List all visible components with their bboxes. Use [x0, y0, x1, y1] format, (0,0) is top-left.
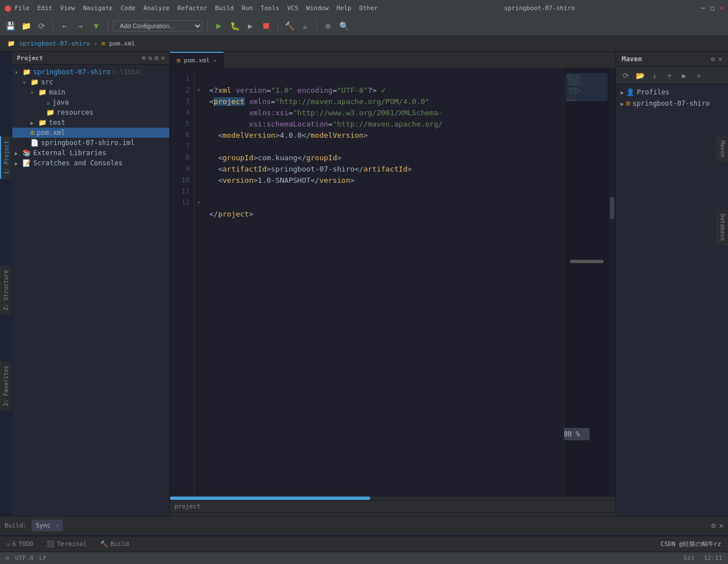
- terminal-tab[interactable]: ⬛ Terminal: [40, 536, 93, 552]
- app-icon: ⬤: [5, 4, 11, 12]
- scroll-position[interactable]: [170, 497, 370, 500]
- maven-item-profiles[interactable]: ▶ 👤 Profiles: [616, 87, 728, 98]
- minimap-scrollbar[interactable]: [570, 260, 604, 263]
- maven-title: Maven: [622, 55, 642, 63]
- menu-file[interactable]: File: [15, 4, 30, 12]
- tree-scratches[interactable]: ▶ 📝 Scratches and Consoles: [12, 158, 169, 168]
- menu-code[interactable]: Code: [120, 4, 136, 12]
- window-title: springboot-07-shiro: [378, 4, 701, 12]
- editor-tab-pom[interactable]: m pom.xml ✕: [170, 52, 224, 68]
- tree-pom-xml[interactable]: m pom.xml: [12, 128, 169, 138]
- horizontal-scrollbar[interactable]: [170, 497, 615, 500]
- tree-test[interactable]: ▶ 📁 test: [12, 118, 169, 128]
- menu-vcs[interactable]: VCS: [287, 4, 298, 12]
- editor-area: m pom.xml ✕ 1 2 3 4 5 6 7 8 9 1: [170, 52, 615, 529]
- pom-tab-close[interactable]: ✕: [213, 57, 217, 64]
- line-num-3: 3: [170, 96, 190, 107]
- forward-button[interactable]: →: [74, 19, 87, 33]
- menu-edit[interactable]: Edit: [38, 4, 53, 12]
- sdk-button[interactable]: ☕: [298, 19, 312, 33]
- run-config-dropdown[interactable]: Add Configuration...: [113, 20, 203, 31]
- menu-help[interactable]: Help: [336, 4, 352, 12]
- sidebar-header: Project ⊕ ⇅ ⚙ ✕: [12, 52, 169, 65]
- project-tab-label[interactable]: Project: [17, 55, 43, 62]
- maven-more-button[interactable]: »: [693, 69, 705, 82]
- menu-tools[interactable]: Tools: [260, 4, 279, 12]
- stop-button[interactable]: ⏹: [259, 19, 273, 33]
- tree-resources[interactable]: 📁 resources: [12, 107, 169, 118]
- editor-content: 1 2 3 4 5 6 7 8 9 10 11 12 ▾: [170, 69, 615, 497]
- settings-button[interactable]: ⚙: [321, 19, 335, 33]
- maven-close-icon[interactable]: ✕: [718, 55, 722, 63]
- tree-main[interactable]: ▾ 📁 main: [12, 87, 169, 97]
- project-name[interactable]: springboot-07-shiro: [19, 40, 90, 47]
- tree-java[interactable]: ☕ java: [12, 97, 169, 107]
- menu-analyze[interactable]: Analyze: [143, 4, 169, 12]
- editor-bottom-bar: project: [170, 500, 615, 512]
- editor-path: project: [174, 503, 200, 510]
- maven-add-new-button[interactable]: +: [663, 69, 676, 82]
- close-button[interactable]: ✕: [720, 4, 723, 12]
- sync-button[interactable]: ⟳: [35, 19, 48, 33]
- pom-tab-label: pom.xml: [184, 57, 210, 64]
- sidebar-item-favorites[interactable]: 2: Favorites: [0, 361, 11, 410]
- scroll-thumb[interactable]: [610, 197, 614, 219]
- build-sync-tab[interactable]: Sync ✕: [32, 520, 64, 531]
- line-2: <project xmlns="http://maven.apache.org/…: [209, 97, 429, 106]
- build-settings-icon[interactable]: ⚙: [711, 521, 716, 530]
- todo-tab-label: 6: [12, 540, 16, 548]
- menu-build[interactable]: Build: [215, 4, 233, 12]
- tree-external-libs[interactable]: ▶ 📚 External Libraries: [12, 148, 169, 158]
- maven-panel: Maven ⚙ ✕ ⟳ 📂 ↓ + ▶ » ▶ 👤 Profiles: [615, 52, 728, 529]
- breadcrumb-file[interactable]: pom.xml: [109, 40, 135, 47]
- code-editor[interactable]: <?xml version="1.0" encoding="UTF-8"?> ✓…: [203, 69, 564, 497]
- maven-run-button[interactable]: ▶: [678, 69, 690, 82]
- build-project-button[interactable]: 🔨: [282, 19, 296, 33]
- debug-button[interactable]: 🐛: [228, 19, 241, 33]
- maven-refresh-button[interactable]: ⟳: [619, 69, 632, 82]
- menu-other[interactable]: Other: [359, 4, 378, 12]
- menu-window[interactable]: Window: [306, 4, 329, 12]
- tree-iml[interactable]: 📄 springboot-07-shiro.iml: [12, 138, 169, 148]
- sidebar-scope-button[interactable]: ⊕: [142, 54, 146, 62]
- sidebar-item-maven[interactable]: Maven: [717, 136, 728, 162]
- tree-root[interactable]: ▾ 📁 springboot-07-shiro C:\IDEA\: [12, 67, 169, 77]
- status-right: Git 12:11: [684, 554, 722, 562]
- maximize-button[interactable]: □: [711, 4, 714, 12]
- menu-view[interactable]: View: [60, 4, 75, 12]
- line-11: [209, 198, 214, 207]
- search-button[interactable]: 🔍: [337, 19, 350, 33]
- fold-marker-12[interactable]: ▾: [195, 197, 203, 208]
- todo-tab[interactable]: ☑ 6 TODO: [0, 536, 40, 552]
- maven-download-button[interactable]: ↓: [649, 69, 661, 82]
- sidebar-settings-button[interactable]: ⚙: [155, 54, 159, 62]
- save-button[interactable]: 💾: [3, 19, 17, 33]
- minimize-button[interactable]: ─: [701, 4, 705, 12]
- coverage-button[interactable]: ▶: [244, 19, 257, 33]
- recent-files-button[interactable]: ▼: [89, 19, 103, 33]
- line-7: <groupId>com.kuang</groupId>: [209, 154, 341, 162]
- line-numbers: 1 2 3 4 5 6 7 8 9 10 11 12: [170, 69, 195, 497]
- sidebar-item-database[interactable]: Database: [717, 209, 728, 245]
- project-sidebar: Project ⊕ ⇅ ⚙ ✕ ▾ 📁 springboot-07-shiro …: [12, 52, 170, 529]
- sidebar-item-project[interactable]: 1: Project: [0, 136, 12, 179]
- editor-scrollbar[interactable]: [609, 69, 615, 497]
- sync-close-button[interactable]: ✕: [55, 522, 59, 529]
- maven-item-project[interactable]: ▶ m springboot-07-shiro: [616, 98, 728, 109]
- fold-marker-2[interactable]: ▾: [195, 84, 203, 96]
- maven-settings-icon[interactable]: ⚙: [711, 55, 715, 63]
- run-button[interactable]: ▶: [212, 19, 226, 33]
- build-tool-tab[interactable]: 🔨 Build: [93, 536, 136, 552]
- minimap: <?xml version... <project xmlns=... xmln…: [564, 69, 609, 497]
- open-button[interactable]: 📁: [19, 19, 33, 33]
- menu-navigate[interactable]: Navigate: [83, 4, 113, 12]
- tree-src[interactable]: ▾ 📁 src: [12, 77, 169, 87]
- maven-add-button[interactable]: 📂: [634, 69, 646, 82]
- build-close-icon[interactable]: ✕: [719, 521, 723, 530]
- menu-refactor[interactable]: Refactor: [177, 4, 207, 12]
- back-button[interactable]: ←: [58, 19, 71, 33]
- sidebar-sort-button[interactable]: ⇅: [148, 54, 152, 62]
- sidebar-item-structure[interactable]: Z: Structure: [0, 265, 11, 315]
- sidebar-close-button[interactable]: ✕: [161, 54, 165, 62]
- menu-run[interactable]: Run: [241, 4, 253, 12]
